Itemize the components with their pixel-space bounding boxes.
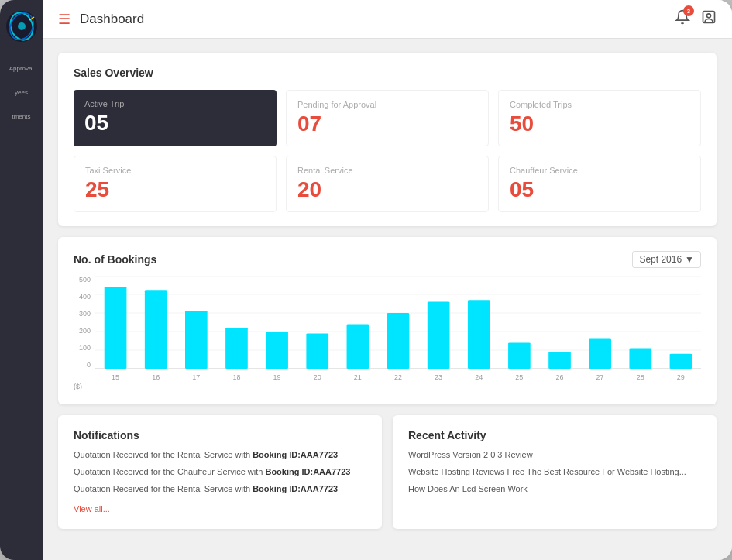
header-actions: 3 <box>675 9 717 29</box>
stat-active-trip-label: Active Trip <box>84 99 266 108</box>
notification-badge: 3 <box>683 5 694 16</box>
stat-completed-value: 50 <box>510 112 689 136</box>
svg-rect-12 <box>105 287 127 369</box>
chart-title: No. of Bookings <box>74 253 156 266</box>
svg-rect-17 <box>306 333 328 369</box>
svg-rect-26 <box>670 353 692 368</box>
stat-taxi-value: 25 <box>85 178 265 202</box>
svg-rect-23 <box>548 352 571 369</box>
period-selector[interactable]: Sept 2016 ▼ <box>632 251 701 268</box>
svg-rect-25 <box>629 348 651 368</box>
svg-rect-20 <box>428 301 450 368</box>
chart-header: No. of Bookings Sept 2016 ▼ <box>74 251 701 268</box>
view-all-link[interactable]: View all... <box>74 504 110 514</box>
chart-body: 15 16 17 18 19 20 21 22 23 24 25 26 <box>95 276 701 381</box>
menu-icon[interactable]: ☰ <box>58 11 70 28</box>
sidebar-nav: Approval yees tments <box>0 56 43 128</box>
sidebar-item-departments[interactable]: tments <box>0 104 43 128</box>
content-area: Sales Overview Active Trip 05 Pending fo… <box>43 39 732 560</box>
svg-point-5 <box>707 14 711 18</box>
sidebar-logo <box>5 9 39 43</box>
svg-rect-19 <box>387 313 410 369</box>
stat-pending-approval: Pending for Approval 07 <box>286 90 489 146</box>
stat-chauffeur-label: Chauffeur Service <box>510 166 689 175</box>
stat-taxi-label: Taxi Service <box>85 166 265 175</box>
notifications-title: Notifications <box>74 429 366 441</box>
svg-rect-15 <box>225 328 248 369</box>
stats-grid: Active Trip 05 Pending for Approval 07 C… <box>74 90 701 212</box>
sidebar-item-employees[interactable]: yees <box>0 80 43 104</box>
chevron-down-icon: ▼ <box>685 254 694 265</box>
y-axis: 500 400 300 200 100 0 <box>74 276 95 369</box>
bar-chart-svg <box>95 276 701 369</box>
svg-rect-16 <box>266 332 288 369</box>
svg-rect-22 <box>508 342 531 369</box>
notification-button[interactable]: 3 <box>675 9 690 29</box>
stat-rental-value: 20 <box>297 178 477 202</box>
bottom-panels: Notifications Quotation Received for the… <box>58 415 717 540</box>
svg-rect-14 <box>185 311 208 368</box>
stat-active-trip-value: 05 <box>84 112 266 136</box>
notif-item-1: Quotation Received for the Rental Servic… <box>74 449 366 461</box>
activity-item-2: Website Hosting Reviews Free The Best Re… <box>408 466 701 478</box>
svg-rect-13 <box>145 290 167 369</box>
bookings-chart-card: No. of Bookings Sept 2016 ▼ 500 400 300 … <box>58 237 717 404</box>
stat-taxi-service: Taxi Service 25 <box>74 156 277 212</box>
svg-rect-21 <box>468 300 490 369</box>
stat-pending-label: Pending for Approval <box>297 100 477 109</box>
stat-pending-value: 07 <box>297 112 477 136</box>
chart-unit: ($) <box>74 383 701 390</box>
activity-item-3: How Does An Lcd Screen Work <box>408 483 701 495</box>
stat-rental-service: Rental Service 20 <box>286 156 489 212</box>
sidebar: Approval yees tments <box>0 0 43 560</box>
stat-active-trip: Active Trip 05 <box>74 90 277 146</box>
x-axis-labels: 15 16 17 18 19 20 21 22 23 24 25 26 <box>95 373 701 381</box>
recent-activity-card: Recent Activity WordPress Version 2 0 3 … <box>393 415 717 529</box>
svg-point-3 <box>18 22 26 30</box>
sales-overview-title: Sales Overview <box>74 67 701 79</box>
period-label: Sept 2016 <box>639 254 682 265</box>
main-area: ☰ Dashboard 3 <box>43 0 732 560</box>
svg-rect-18 <box>347 324 369 369</box>
page-title: Dashboard <box>80 12 675 27</box>
activity-item-1: WordPress Version 2 0 3 Review <box>408 449 701 461</box>
stat-completed-trips: Completed Trips 50 <box>498 90 701 146</box>
notif-item-3: Quotation Received for the Rental Servic… <box>74 483 366 495</box>
stat-rental-label: Rental Service <box>297 166 477 175</box>
notif-item-2: Quotation Received for the Chauffeur Ser… <box>74 466 366 478</box>
notifications-card: Notifications Quotation Received for the… <box>58 415 382 529</box>
stat-chauffeur-service: Chauffeur Service 05 <box>498 156 701 212</box>
stat-completed-label: Completed Trips <box>510 100 689 109</box>
svg-rect-24 <box>589 338 611 368</box>
header: ☰ Dashboard 3 <box>43 0 732 39</box>
sales-overview-card: Sales Overview Active Trip 05 Pending fo… <box>58 53 717 226</box>
recent-activity-title: Recent Activity <box>408 429 701 441</box>
stat-chauffeur-value: 05 <box>510 178 689 202</box>
user-profile-button[interactable] <box>701 9 717 29</box>
sidebar-item-approval[interactable]: Approval <box>0 56 43 80</box>
